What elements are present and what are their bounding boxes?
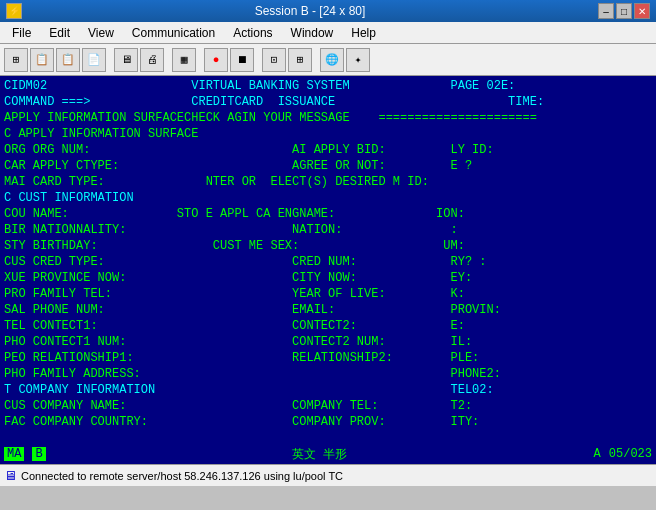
tb-btn-6[interactable]: 🖨 (140, 48, 164, 72)
term-line-08: C CUST INFORMATION (4, 190, 652, 206)
tb-btn-12[interactable]: 🌐 (320, 48, 344, 72)
menu-view[interactable]: View (80, 24, 122, 42)
maximize-button[interactable]: □ (616, 3, 632, 19)
term-line-09: COU NAME: STO E APPL CA ENGNAME: ION: (4, 206, 652, 222)
term-line-06: CAR APPLY CTYPE: AGREE OR NOT: E ? (4, 158, 652, 174)
term-line-04: C APPLY INFORMATION SURFACE (4, 126, 652, 142)
term-line-11: STY BIRTHDAY: CUST ME SEX: UM: (4, 238, 652, 254)
term-line-15: SAL PHONE NUM: EMAIL: PROVIN: (4, 302, 652, 318)
bottom-ma: MA (4, 447, 24, 461)
tb-btn-1[interactable]: ⊞ (4, 48, 28, 72)
menu-communication[interactable]: Communication (124, 24, 223, 42)
term-line-19: PHO FAMILY ADDRESS: PHONE2: (4, 366, 652, 382)
term-line-12: CUS CRED TYPE: CRED NUM: RY? : (4, 254, 652, 270)
title-bar: ⚡ Session B - [24 x 80] – □ ✕ (0, 0, 656, 22)
bottom-pageinfo: 05/023 (609, 447, 652, 461)
title-bar-left: ⚡ (6, 3, 22, 19)
term-line-13: XUE PROVINCE NOW: CITY NOW: EY: (4, 270, 652, 286)
bottom-mode: A (594, 447, 601, 461)
tb-btn-3[interactable]: 📋 (56, 48, 80, 72)
term-line-10: BIR NATIONNALITY: NATION: : (4, 222, 652, 238)
tb-btn-4[interactable]: 📄 (82, 48, 106, 72)
conn-icon: 🖥 (4, 468, 17, 483)
close-button[interactable]: ✕ (634, 3, 650, 19)
tb-btn-10[interactable]: ⊡ (262, 48, 286, 72)
title-bar-title: Session B - [24 x 80] (22, 4, 598, 18)
menu-actions[interactable]: Actions (225, 24, 280, 42)
menu-edit[interactable]: Edit (41, 24, 78, 42)
bottom-tab[interactable]: B (32, 447, 45, 461)
term-line-03: APPLY INFORMATION SURFACECHECK AGIN YOUR… (4, 110, 652, 126)
tb-btn-8[interactable]: ● (204, 48, 228, 72)
title-bar-controls: – □ ✕ (598, 3, 650, 19)
term-line-16: TEL CONTECT1: CONTECT2: E: (4, 318, 652, 334)
tb-btn-11[interactable]: ⊞ (288, 48, 312, 72)
term-line-07: MAI CARD TYPE: NTER OR ELECT(S) DESIRED … (4, 174, 652, 190)
tb-btn-5[interactable]: 🖥 (114, 48, 138, 72)
term-line-20: T COMPANY INFORMATION TEL02: (4, 382, 652, 398)
term-line-23 (4, 430, 652, 444)
term-line-14: PRO FAMILY TEL: YEAR OF LIVE: K: (4, 286, 652, 302)
tb-btn-7[interactable]: ▦ (172, 48, 196, 72)
menu-help[interactable]: Help (343, 24, 384, 42)
bottom-bar: MA B 英文 半形 A 05/023 (0, 444, 656, 464)
term-line-17: PHO CONTECT1 NUM: CONTECT2 NUM: IL: (4, 334, 652, 350)
term-line-05: ORG ORG NUM: AI APPLY BID: LY ID: (4, 142, 652, 158)
term-line-21: CUS COMPANY NAME: COMPANY TEL: T2: (4, 398, 652, 414)
app-icon[interactable]: ⚡ (6, 3, 22, 19)
term-line-22: FAC COMPANY COUNTRY: COMPANY PROV: ITY: (4, 414, 652, 430)
menu-file[interactable]: File (4, 24, 39, 42)
menu-bar: File Edit View Communication Actions Win… (0, 22, 656, 44)
term-line-18: PEO RELATIONSHIP1: RELATIONSHIP2: PLE: (4, 350, 652, 366)
tb-btn-9[interactable]: ⏹ (230, 48, 254, 72)
conn-text: Connected to remote server/host 58.246.1… (21, 470, 343, 482)
menu-window[interactable]: Window (283, 24, 342, 42)
term-line-02: COMMAND ===> CREDITCARD ISSUANCE TIME: (4, 94, 652, 110)
terminal[interactable]: CIDM02 VIRTUAL BANKING SYSTEM PAGE 02E: … (0, 76, 656, 444)
tb-btn-2[interactable]: 📋 (30, 48, 54, 72)
tb-btn-13[interactable]: ✦ (346, 48, 370, 72)
bottom-lang: 英文 半形 (54, 446, 586, 463)
minimize-button[interactable]: – (598, 3, 614, 19)
term-line-01: CIDM02 VIRTUAL BANKING SYSTEM PAGE 02E: (4, 78, 652, 94)
toolbar: ⊞ 📋 📋 📄 🖥 🖨 ▦ ● ⏹ ⊡ ⊞ 🌐 ✦ (0, 44, 656, 76)
conn-bar: 🖥 Connected to remote server/host 58.246… (0, 464, 656, 486)
